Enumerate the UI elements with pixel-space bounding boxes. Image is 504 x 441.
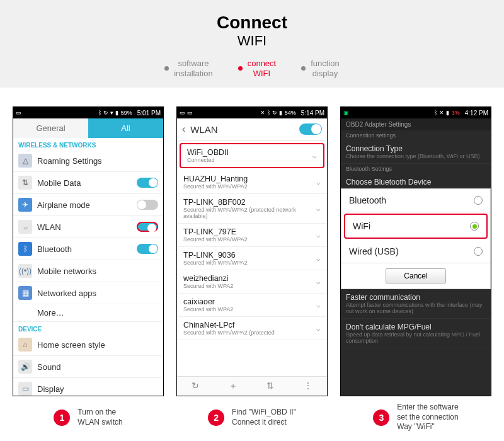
battery-pct: 54% (285, 110, 296, 116)
gallery-icon: ▭ (16, 110, 21, 116)
phone-wlan: ▭▭ ✕ᛒ↻▮ 54% 5:14 PM ‹ WLAN WiFi_OBDIICon… (176, 106, 328, 396)
toggle-switch[interactable] (137, 200, 158, 210)
roaming-icon: △ (18, 154, 32, 168)
row-airplane[interactable]: ✈Airplane mode (13, 194, 163, 216)
section-label: Connection settings (341, 130, 491, 140)
sync-icon: ↻ (272, 110, 277, 116)
section-wireless: WIRELESS & NETWORKS (13, 138, 163, 150)
row-mobile-networks[interactable]: ((•))Mobile networks (13, 260, 163, 282)
tabs: General All (13, 118, 163, 138)
tab-all[interactable]: All (88, 118, 163, 138)
status-bar: ▭ ᛒ↻▾▮ 59% 5:01 PM (13, 107, 163, 118)
status-bar: ▣ ᛒ✕▮ 3% 4:12 PM (341, 107, 491, 118)
caption-1: 1 Turn on theWLAN switch (13, 403, 164, 432)
apps-icon: ▦ (18, 286, 32, 300)
option-wired[interactable]: Wired (USB) (341, 240, 490, 263)
network-item[interactable]: WiFi_OBDIIConnected⌵ (180, 143, 324, 168)
row-bluetooth[interactable]: ᛒBluetooth (13, 238, 163, 260)
row-mobile-data[interactable]: ⇅Mobile Data (13, 172, 163, 194)
bluetooth-icon: ᛒ (18, 242, 32, 256)
radio-icon (474, 196, 483, 205)
caption-text: Enter the softwareset the connectionWay … (397, 403, 458, 432)
nav-label: softwareinstallation (174, 59, 212, 78)
mute-icon: ✕ (439, 110, 444, 116)
nav-label: connectWIFI (248, 59, 277, 78)
row-faster-comm[interactable]: Faster communicationAttempt faster commu… (341, 289, 491, 319)
row-display[interactable]: ▭Display (13, 378, 163, 396)
signal-icon: ▮ (279, 110, 282, 116)
row-home-style[interactable]: ⌂Home screen style (13, 334, 163, 356)
row-sound[interactable]: 🔊Sound (13, 356, 163, 378)
connection-dialog: Bluetooth WiFi Wired (USB) Cancel (341, 188, 491, 289)
step-number: 3 (373, 410, 389, 426)
wifi-icon: ⌵ (18, 220, 32, 234)
row-no-mpg[interactable]: Don't calculate MPG/FuelSpeed up data re… (341, 319, 491, 348)
add-icon[interactable]: ＋ (229, 381, 238, 392)
option-wifi[interactable]: WiFi (344, 214, 488, 239)
battery-pct: 3% (452, 110, 460, 116)
cancel-button[interactable]: Cancel (386, 268, 445, 284)
nav-item-connect: connectWIFI (238, 59, 277, 78)
back-icon[interactable]: ‹ (182, 123, 185, 135)
wifi-lock-icon: ⌵ (316, 324, 321, 333)
menu-icon[interactable]: ⋮ (304, 381, 312, 392)
wifi-lock-icon: ⌵ (316, 231, 321, 239)
row-more[interactable]: More… (13, 304, 163, 322)
nav-item-function: functiondisplay (301, 59, 340, 78)
network-item[interactable]: weizhedianziSecured with WPA2⌵ (177, 270, 327, 294)
row-networked-apps[interactable]: ▦Networked apps (13, 282, 163, 304)
toggle-switch[interactable] (299, 123, 322, 135)
wlan-title: WLAN (190, 124, 299, 135)
signal-icon: ▮ (115, 110, 118, 116)
wifi-icon: ⌵ (312, 152, 317, 160)
page-subtitle: WIFI (0, 33, 504, 49)
display-icon: ▭ (18, 382, 32, 396)
filter-icon[interactable]: ⇅ (266, 381, 274, 392)
app-icon: ▣ (343, 110, 349, 116)
network-item[interactable]: TP-LINK_797ESecured with WPA/WPA2⌵ (177, 224, 327, 247)
radio-icon (470, 222, 479, 231)
section-label: Bluetooth Settings (341, 164, 491, 174)
wlan-header: ‹ WLAN (177, 118, 327, 140)
mute-icon: ✕ (260, 110, 265, 116)
battery-pct: 59% (121, 110, 132, 116)
row-choose-bt[interactable]: Choose Bluetooth Device (341, 174, 491, 188)
caption-text: Turn on theWLAN switch (77, 408, 122, 427)
toggle-switch[interactable] (137, 222, 158, 232)
option-bluetooth[interactable]: Bluetooth (341, 189, 490, 212)
clock: 5:14 PM (301, 110, 324, 117)
row-connection-type[interactable]: Connection TypeChoose the connection typ… (341, 140, 491, 164)
dialog-footer: Cancel (341, 263, 490, 289)
row-wlan[interactable]: ⌵WLAN (13, 216, 163, 238)
airplane-icon: ✈ (18, 198, 32, 212)
home-icon: ⌂ (18, 338, 32, 352)
wifi-lock-icon: ⌵ (316, 178, 321, 186)
mobile-data-icon: ⇅ (18, 176, 32, 190)
step-number: 2 (208, 410, 224, 426)
gallery-icon: ▭ (180, 110, 185, 116)
antenna-icon: ((•)) (18, 264, 32, 278)
caption-2: 2 Find "WiFi_OBD II"Connect it direct (176, 403, 328, 432)
toggle-switch[interactable] (137, 244, 158, 254)
toggle-switch[interactable] (137, 178, 158, 188)
tab-general[interactable]: General (13, 118, 88, 138)
network-item[interactable]: TP-LINK_9036Secured with WPA/WPA2⌵ (177, 247, 327, 270)
dot-icon (164, 66, 169, 71)
wifi-lock-icon: ⌵ (316, 255, 321, 263)
dot-icon (238, 66, 243, 71)
network-item[interactable]: HUAZHU_HantingSecured with WPA/WPA2⌵ (177, 171, 327, 194)
network-item[interactable]: ChinaNet-LPcfSecured with WPA/WPA2 (prot… (177, 317, 327, 340)
clock: 5:01 PM (137, 110, 161, 117)
row-roaming[interactable]: △Roaming Settings (13, 150, 163, 172)
refresh-icon[interactable]: ↻ (192, 381, 199, 392)
gallery-icon: ▭ (187, 110, 193, 116)
screen-title: OBD2 Adapter Settings (341, 118, 491, 130)
network-item[interactable]: caixiaoerSecured with WPA2⌵ (177, 294, 327, 317)
section-device: DEVICE (13, 322, 163, 334)
network-item[interactable]: TP-LINK_8BF002Secured with WPA/WPA2 (pro… (177, 194, 327, 224)
wifi-lock-icon: ⌵ (316, 301, 321, 309)
bottom-bar: ↻ ＋ ⇅ ⋮ (177, 376, 327, 396)
dot-icon (301, 66, 306, 71)
phones-row: ▭ ᛒ↻▾▮ 59% 5:01 PM General All WIRELESS … (0, 88, 504, 403)
radio-icon (474, 247, 483, 256)
